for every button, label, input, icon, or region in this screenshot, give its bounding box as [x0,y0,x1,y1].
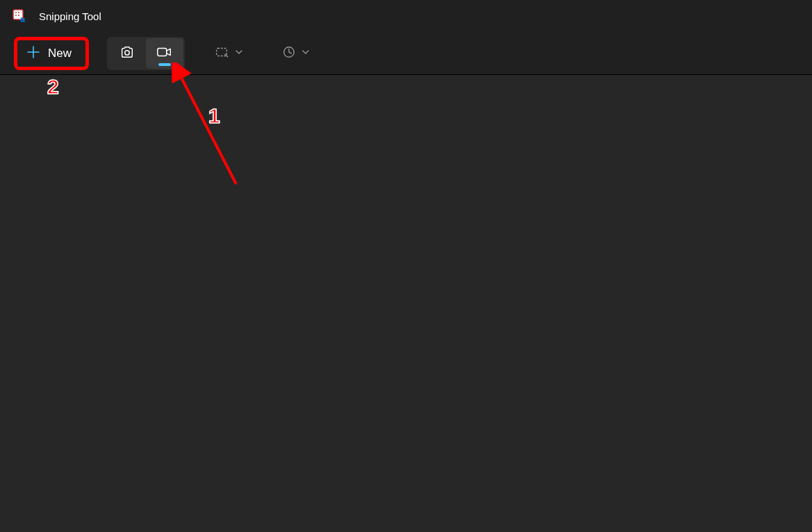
capture-mode-group [107,37,185,70]
svg-point-5 [125,51,129,55]
video-icon [156,44,173,62]
chevron-down-icon [235,48,243,58]
toolbar: New [0,32,812,75]
delay-dropdown[interactable] [275,40,317,67]
titlebar: Snipping Tool [0,0,812,32]
clock-icon [282,45,296,61]
new-button[interactable]: New [14,37,89,70]
video-mode-button[interactable] [146,38,183,69]
annotation-label-1: 1 [208,104,220,128]
new-button-label: New [48,47,72,60]
svg-point-1 [15,12,17,13]
rectangle-icon [215,46,229,60]
snip-shape-dropdown[interactable] [208,40,250,66]
chevron-down-icon [301,48,310,58]
annotation-label-2: 2 [47,75,59,99]
content-area [0,75,812,532]
svg-point-4 [18,15,19,16]
svg-rect-6 [158,48,167,56]
app-title: Snipping Tool [39,10,101,22]
snapshot-mode-button[interactable] [108,38,146,69]
svg-point-3 [15,15,17,16]
plus-icon [27,46,40,61]
svg-point-2 [18,12,19,13]
camera-icon [119,44,135,62]
app-icon [13,9,26,23]
